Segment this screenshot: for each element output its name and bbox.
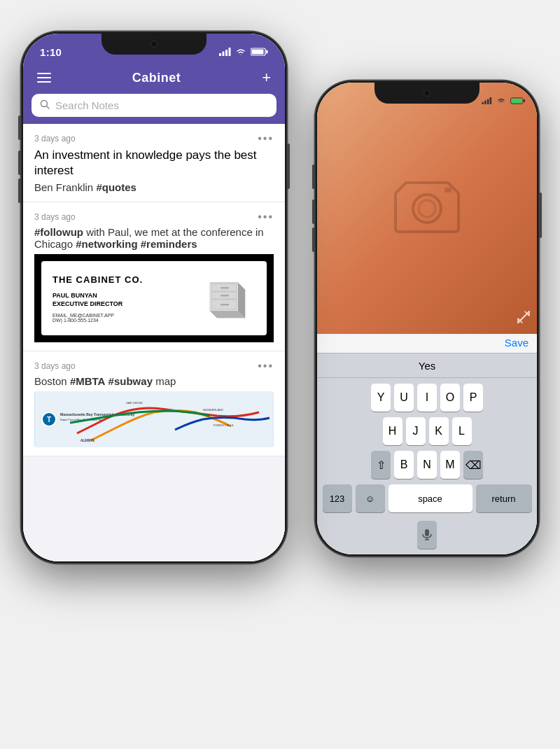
- biz-email: EMAIL_ME@CABINET.APP: [52, 313, 143, 318]
- phone-left: 1:10: [21, 31, 287, 564]
- svg-line-8: [47, 106, 50, 109]
- predictive-word-yes[interactable]: Yes: [398, 360, 456, 372]
- note-meta-3: 3 days ago •••: [34, 360, 274, 372]
- key-backspace[interactable]: ⌫: [463, 451, 483, 479]
- kb-row-4: 123 ☺ space return: [320, 484, 534, 512]
- key-k[interactable]: K: [429, 417, 449, 445]
- svg-rect-0: [219, 53, 221, 56]
- note-item-3[interactable]: 3 days ago ••• Boston #MBTA #subway map: [23, 351, 285, 456]
- key-i[interactable]: I: [417, 384, 437, 412]
- phone-right: Save Yes Y U I O P: [315, 80, 539, 556]
- hamburger-menu-button[interactable]: [37, 73, 51, 83]
- notch-right: [374, 83, 479, 104]
- key-y[interactable]: Y: [371, 384, 391, 412]
- svg-text:ALEWIFE: ALEWIFE: [80, 439, 94, 442]
- nav-bar: Cabinet +: [23, 64, 285, 94]
- notch-dot-left: [150, 41, 158, 48]
- expand-icon[interactable]: [517, 311, 530, 327]
- key-b[interactable]: B: [394, 451, 414, 479]
- key-p[interactable]: P: [463, 384, 483, 412]
- key-j[interactable]: J: [406, 417, 426, 445]
- signal-icon-right: [482, 97, 492, 104]
- save-bar: Save: [317, 334, 537, 353]
- notes-list: 3 days ago ••• An investment in knowledg…: [23, 124, 285, 561]
- search-input[interactable]: Search Notes: [55, 99, 119, 111]
- biz-company: The Cabinet Co.: [52, 274, 143, 285]
- key-m[interactable]: M: [440, 451, 460, 479]
- key-o[interactable]: O: [440, 384, 460, 412]
- subway-map-svg: T Massachusetts Bay Transportation Autho…: [34, 391, 274, 447]
- expand-svg: [517, 311, 530, 323]
- key-n[interactable]: N: [417, 451, 437, 479]
- svg-rect-16: [220, 295, 229, 297]
- svg-rect-32: [487, 99, 489, 105]
- mic-row: [320, 518, 534, 552]
- phone-left-screen: 1:10: [23, 34, 285, 561]
- svg-rect-30: [482, 102, 484, 104]
- note-tag-subway: #subway: [108, 375, 153, 387]
- svg-rect-35: [524, 99, 525, 102]
- phone-right-inner: Save Yes Y U I O P: [317, 83, 537, 554]
- microphone-key[interactable]: [417, 521, 437, 549]
- save-button[interactable]: Save: [505, 337, 528, 349]
- note-tag-followup: #followup: [34, 226, 83, 238]
- biz-title: EXECUTIVE DIRECTOR: [52, 300, 143, 307]
- notch-dot-right: [424, 90, 430, 97]
- key-emoji[interactable]: ☺: [356, 484, 385, 512]
- svg-rect-1: [223, 52, 225, 57]
- wifi-icon-right: [496, 97, 506, 104]
- note-item-1[interactable]: 3 days ago ••• An investment in knowledg…: [23, 124, 285, 202]
- svg-rect-39: [444, 188, 451, 192]
- svg-rect-14: [220, 287, 229, 289]
- predictive-bar: Yes: [317, 353, 537, 378]
- phone-left-inner: 1:10: [23, 34, 285, 561]
- svg-point-38: [419, 200, 435, 217]
- svg-rect-41: [425, 529, 429, 536]
- svg-text:WONDERLAND: WONDERLAND: [203, 408, 223, 412]
- svg-rect-3: [229, 48, 231, 56]
- wifi-icon: [235, 48, 246, 56]
- key-numbers[interactable]: 123: [323, 484, 352, 512]
- svg-rect-6: [252, 50, 264, 55]
- note-item-2[interactable]: 3 days ago ••• #followup with Paul, we m…: [23, 202, 285, 351]
- add-note-button[interactable]: +: [262, 70, 271, 85]
- key-h[interactable]: H: [383, 417, 402, 445]
- svg-rect-2: [225, 50, 227, 56]
- camera-view: [317, 83, 537, 334]
- note-tag-reminders: #reminders: [141, 238, 197, 250]
- key-shift[interactable]: ⇧: [371, 451, 391, 479]
- hamburger-line-1: [37, 73, 51, 74]
- business-card: The Cabinet Co. PAUL BUNYAN EXECUTIVE DI…: [34, 254, 274, 342]
- note-options-1[interactable]: •••: [258, 132, 274, 145]
- svg-point-37: [413, 195, 441, 223]
- svg-rect-18: [220, 304, 229, 306]
- battery-icon-right: [510, 97, 526, 104]
- note-meta-1: 3 days ago •••: [34, 132, 274, 145]
- kb-row-1: Y U I O P: [320, 384, 534, 412]
- key-l[interactable]: L: [452, 417, 472, 445]
- phone-right-screen: Save Yes Y U I O P: [317, 83, 537, 554]
- note-options-3[interactable]: •••: [258, 360, 274, 372]
- note-options-2[interactable]: •••: [258, 211, 274, 223]
- search-icon: [40, 99, 50, 111]
- svg-rect-5: [266, 50, 268, 54]
- keyboard: Y U I O P H J K L ⇧: [317, 378, 537, 554]
- note-time-3: 3 days ago: [34, 361, 76, 371]
- key-return[interactable]: return: [476, 484, 532, 512]
- svg-text:OAK GROVE: OAK GROVE: [126, 401, 143, 405]
- note-body-2: #followup with Paul, we met at the confe…: [34, 226, 274, 250]
- biz-person: PAUL BUNYAN: [52, 292, 143, 299]
- search-input-wrap[interactable]: Search Notes: [31, 94, 276, 117]
- hamburger-line-2: [37, 77, 51, 78]
- key-u[interactable]: U: [394, 384, 414, 412]
- note-tag-mbta: #MBTA: [70, 375, 106, 387]
- signal-icon: [219, 48, 231, 56]
- note-body-1: Ben Franklin #quotes: [34, 181, 274, 193]
- notch-left: [102, 34, 206, 55]
- cabinet-illustration: [200, 272, 255, 321]
- key-space[interactable]: space: [388, 484, 472, 512]
- hamburger-line-3: [37, 81, 51, 83]
- map-content: T Massachusetts Bay Transportation Autho…: [34, 391, 274, 447]
- svg-line-40: [518, 312, 529, 323]
- phones-container: 1:10: [7, 10, 553, 738]
